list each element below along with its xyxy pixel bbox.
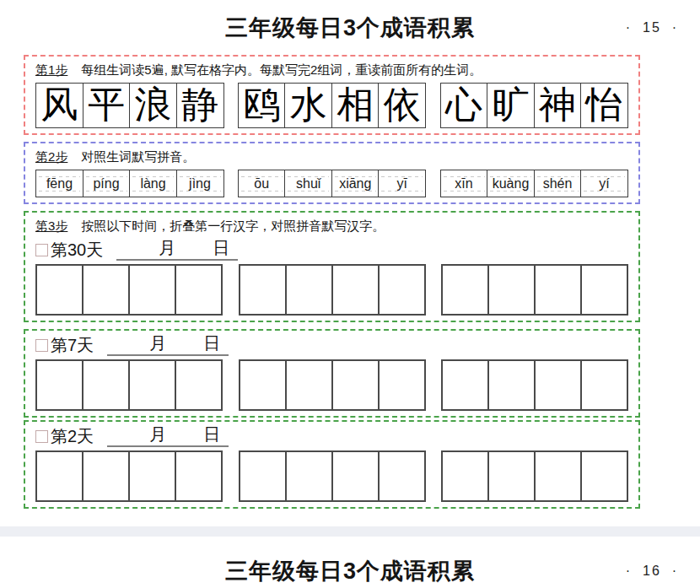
writing-grid-row (34, 264, 630, 316)
day-heading: 第7天月日 (35, 334, 630, 356)
step1-instruction-line: 第1步每组生词读5遍, 默写在格字内。每默写完2组词，重读前面所有的生词。 (35, 62, 630, 78)
writing-cell (580, 359, 628, 411)
pinyin-cell: shuǐ (284, 170, 332, 197)
day-label: 第7天 (51, 334, 94, 356)
writing-cell (285, 359, 333, 411)
page15-header: 三年级每日3个成语积累 · 15 · (0, 0, 700, 44)
writing-grid-row (34, 359, 630, 411)
month-char: 月 (159, 237, 175, 259)
idiom-character-cell: 浪 (129, 83, 177, 128)
pinyin-cell: xīn (440, 170, 488, 197)
step1-label: 第1步 (35, 62, 67, 77)
pinyin-cell: shén (534, 170, 582, 197)
writing-cell (128, 450, 176, 502)
idiom-character-cell: 风 (35, 83, 83, 128)
writing-cell (580, 450, 628, 502)
writing-cell (175, 359, 223, 411)
pinyin-cell: píng (83, 170, 131, 197)
page-separator (0, 526, 700, 537)
writing-cell (82, 359, 130, 411)
cell-group: fēngpínglàngjìng (35, 170, 224, 197)
pinyin-row: fēngpínglàngjìngōushuǐxiāngyīxīnkuàngshé… (34, 170, 630, 197)
pinyin-cell: fēng (35, 170, 83, 197)
page15-title: 三年级每日3个成语积累 (0, 13, 700, 42)
day-char: 日 (203, 423, 220, 445)
checkbox-icon (35, 339, 48, 352)
writing-cell (128, 264, 176, 316)
writing-cell (239, 359, 287, 411)
cell-group (441, 450, 628, 502)
writing-cell (580, 264, 628, 316)
writing-cell (331, 450, 380, 502)
step1-instruction: 每组生词读5遍, 默写在格字内。每默写完2组词，重读前面所有的生词。 (81, 62, 482, 77)
month-char: 月 (149, 423, 166, 445)
date-blank-line: 月日 (116, 239, 238, 261)
date-blank-line: 月日 (107, 425, 229, 447)
cell-group (35, 359, 223, 411)
writing-cell (534, 264, 582, 316)
page16-title: 三年级每日3个成语积累 (0, 557, 700, 585)
writing-cell (285, 264, 333, 316)
step2-section: 第2步对照生词默写拼音。 fēngpínglàngjìngōushuǐxiāng… (24, 142, 640, 204)
step3-section: 第3步按照以下时间，折叠第一行汉字，对照拼音默写汉字。 第30天月日 (24, 211, 640, 322)
pinyin-cell: kuàng (487, 170, 535, 197)
writing-cell (487, 450, 536, 502)
idiom-character-cell: 平 (83, 83, 131, 128)
day-char: 日 (203, 332, 220, 354)
pinyin-cell: làng (129, 170, 177, 197)
pinyin-cell: jìng (176, 170, 224, 197)
idiom-character-cell: 水 (284, 83, 332, 128)
cell-group: 风平浪静 (35, 83, 224, 128)
cell-group (441, 359, 628, 411)
writing-cell (35, 264, 83, 316)
idiom-character-cell: 静 (176, 83, 224, 128)
writing-cell (487, 359, 536, 411)
step2-instruction: 对照生词默写拼音。 (81, 149, 195, 164)
writing-cell (285, 450, 333, 502)
cell-group: ōushuǐxiāngyī (238, 170, 427, 197)
writing-cell (239, 450, 287, 502)
step3-instruction: 按照以下时间，折叠第一行汉字，对照拼音默写汉字。 (81, 218, 385, 233)
step2-instruction-line: 第2步对照生词默写拼音。 (35, 148, 630, 165)
writing-cell (175, 264, 223, 316)
day-label: 第2天 (51, 425, 94, 447)
writing-cell (378, 359, 426, 411)
day-heading: 第2天月日 (35, 425, 630, 447)
pinyin-cell: yī (378, 170, 426, 197)
writing-cell (128, 359, 176, 411)
writing-cell (35, 450, 83, 502)
cell-group: 鸥水相依 (238, 83, 427, 128)
pinyin-cell: ōu (238, 170, 286, 197)
idiom-character-cell: 旷 (487, 83, 535, 128)
idiom-character-cell: 相 (331, 83, 380, 128)
writing-cell (441, 264, 489, 316)
worksheet-page: 三年级每日3个成语积累 · 15 · 第1步每组生词读5遍, 默写在格字内。每默… (0, 0, 700, 588)
page16-header: 三年级每日3个成语积累 · 16 · (0, 543, 700, 587)
cell-group: xīnkuàngshényí (440, 170, 629, 197)
step3-label: 第3步 (35, 218, 67, 233)
writing-cell (487, 264, 536, 316)
writing-cell (331, 359, 380, 411)
step3-day-section: 第7天月日 (24, 329, 640, 418)
writing-cell (378, 264, 426, 316)
writing-cell (82, 450, 130, 502)
writing-cell (239, 264, 287, 316)
idiom-character-cell: 神 (534, 83, 582, 128)
cell-group (35, 264, 223, 316)
cell-group (239, 359, 426, 411)
writing-cell (331, 264, 380, 316)
writing-cell (82, 264, 130, 316)
writing-cell (534, 359, 582, 411)
writing-cell (441, 359, 489, 411)
pinyin-cell: yí (580, 170, 628, 197)
idiom-character-cell: 依 (378, 83, 426, 128)
idiom-character-cell: 怡 (580, 83, 628, 128)
writing-cell (378, 450, 426, 502)
writing-grid-row (34, 450, 630, 502)
date-blank-line: 月日 (107, 334, 229, 356)
month-char: 月 (149, 332, 166, 354)
day-char: 日 (213, 237, 229, 259)
cell-group (35, 450, 223, 502)
page15-page-number: · 15 · (626, 20, 678, 35)
writing-cell (534, 450, 582, 502)
